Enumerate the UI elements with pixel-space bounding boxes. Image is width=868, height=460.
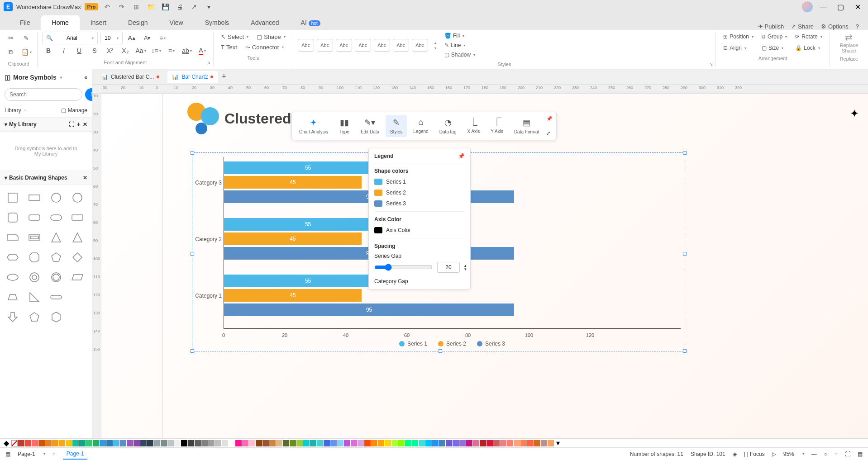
color-swatch[interactable] — [374, 190, 382, 196]
style-preset-7[interactable]: Abc — [412, 39, 428, 52]
shape-rounded-square[interactable] — [5, 209, 21, 226]
undo-icon[interactable]: ↶ — [102, 1, 113, 12]
chart-type-button[interactable]: ▮▮Type — [334, 115, 354, 137]
color-swatch[interactable] — [147, 440, 153, 446]
color-swatch[interactable] — [541, 440, 547, 446]
decrease-font-icon[interactable]: A▾ — [141, 32, 153, 44]
stepper-icon[interactable]: ▴▾ — [464, 264, 467, 271]
shape-rectangle[interactable] — [26, 190, 43, 206]
color-swatch[interactable] — [391, 440, 398, 446]
color-swatch[interactable] — [208, 440, 215, 446]
print-icon[interactable]: 🖨 — [174, 1, 185, 12]
series-gap-input[interactable] — [437, 262, 460, 273]
zoom-in-button[interactable]: + — [835, 451, 838, 457]
new-icon[interactable]: ⊞ — [131, 1, 142, 12]
style-preset-2[interactable]: Abc — [317, 39, 333, 52]
mylibrary-dropzone[interactable]: Drag symbols here to add to My Library — [5, 136, 87, 166]
color-swatch[interactable] — [249, 440, 255, 446]
color-swatch[interactable] — [459, 440, 466, 446]
color-swatch[interactable] — [296, 440, 303, 446]
basic-shapes-header[interactable]: ▾Basic Drawing Shapes ✕ — [0, 171, 92, 185]
italic-icon[interactable]: I — [57, 44, 70, 57]
shape-circle-thin[interactable] — [69, 190, 86, 206]
close-icon[interactable]: ✕ — [851, 1, 864, 12]
bar-segment[interactable]: 55 — [224, 161, 392, 174]
rotate-button[interactable]: ⟳Rotate▾ — [792, 32, 825, 42]
color-swatch[interactable] — [113, 440, 119, 446]
data-tag-button[interactable]: ◔Data tag — [435, 115, 461, 137]
color-swatch[interactable] — [256, 440, 262, 446]
style-preset-5[interactable]: Abc — [374, 39, 390, 52]
select-tool[interactable]: ↖Select▾ — [218, 32, 251, 42]
format-painter-icon[interactable]: ✎ — [20, 32, 33, 44]
case-icon[interactable]: Aa▾ — [134, 44, 147, 57]
align-button[interactable]: ⊟Align▾ — [720, 43, 756, 53]
chart-title-block[interactable]: Clustered — [187, 103, 291, 134]
color-swatch[interactable] — [174, 440, 181, 446]
color-swatch[interactable] — [466, 440, 472, 446]
color-swatch[interactable] — [486, 440, 493, 446]
more-qat-icon[interactable]: ▾ — [203, 1, 214, 12]
color-swatch[interactable] — [500, 440, 506, 446]
color-swatch[interactable] — [364, 440, 371, 446]
color-swatch[interactable] — [412, 440, 418, 446]
shape-hexagon[interactable] — [48, 309, 64, 325]
tab-design[interactable]: Design — [117, 15, 159, 30]
color-swatch[interactable] — [235, 440, 242, 446]
color-swatch[interactable] — [201, 440, 208, 446]
color-swatch[interactable] — [371, 440, 377, 446]
strikethrough-icon[interactable]: S — [88, 44, 101, 57]
chart-styles-button[interactable]: ✎Styles — [386, 115, 407, 137]
bar-segment[interactable]: 45 — [224, 232, 362, 245]
size-button[interactable]: ▢Size▾ — [759, 43, 790, 53]
axis-color-row[interactable]: Axis Color — [374, 227, 465, 233]
color-swatch[interactable] — [378, 440, 384, 446]
style-up-icon[interactable]: ▴ — [434, 41, 436, 45]
resize-handle[interactable] — [191, 252, 194, 256]
resize-handle[interactable] — [683, 349, 687, 353]
subscript-icon[interactable]: X₂ — [119, 44, 132, 57]
color-swatch[interactable] — [548, 440, 554, 446]
paste-icon[interactable]: 📋▾ — [20, 46, 33, 58]
color-swatch[interactable] — [290, 440, 296, 446]
fullscreen-icon[interactable]: ⛶ — [845, 451, 850, 457]
style-preset-4[interactable]: Abc — [355, 39, 371, 52]
shape-hexagon-h[interactable] — [5, 249, 21, 266]
color-swatch[interactable] — [140, 440, 147, 446]
color-swatch[interactable] — [480, 440, 486, 446]
line-button[interactable]: ✎Line▾ — [443, 41, 477, 49]
series2-color-row[interactable]: Series 2 — [374, 190, 465, 196]
connector-tool[interactable]: ⤳Connector▾ — [243, 42, 286, 52]
fit-icon[interactable]: ▤ — [858, 451, 863, 457]
shape-triangle2[interactable] — [69, 229, 86, 246]
bar-segment[interactable]: 55 — [224, 218, 392, 231]
color-swatch[interactable] — [324, 440, 330, 446]
add-icon[interactable]: + — [77, 121, 80, 128]
shape-pentagon2[interactable] — [26, 309, 43, 325]
cut-icon[interactable]: ✂ — [5, 32, 17, 44]
color-swatch[interactable] — [25, 440, 31, 446]
tab-ai[interactable]: AIhot — [290, 15, 331, 30]
color-swatch[interactable] — [93, 440, 99, 446]
series-gap-slider[interactable] — [374, 264, 433, 271]
group-button[interactable]: ⧉Group▾ — [759, 32, 790, 42]
doc-tab-1[interactable]: 📊Clustered Bar C... — [97, 71, 164, 83]
bar-segment[interactable]: 45 — [224, 289, 362, 302]
save-icon[interactable]: 💾 — [160, 1, 171, 12]
shape-circle[interactable] — [48, 190, 64, 206]
underline-icon[interactable]: U — [73, 44, 86, 57]
user-avatar[interactable] — [802, 1, 813, 12]
increase-font-icon[interactable]: A▴ — [125, 32, 138, 44]
data-format-button[interactable]: ▤Data Format — [510, 115, 544, 137]
focus-button[interactable]: [ ] Focus — [744, 451, 765, 457]
bold-icon[interactable]: B — [42, 44, 55, 57]
tab-file[interactable]: File — [9, 15, 41, 30]
color-swatch[interactable] — [120, 440, 126, 446]
color-swatch[interactable] — [405, 440, 411, 446]
pin-icon[interactable]: 📌 — [546, 116, 553, 122]
color-swatch[interactable] — [66, 440, 72, 446]
page-dropdown-icon[interactable]: ▾ — [43, 452, 45, 456]
open-icon[interactable]: 📁 — [145, 1, 156, 12]
fill-button[interactable]: 🪣Fill▾ — [443, 32, 477, 40]
shape-ellipse[interactable] — [5, 269, 21, 285]
